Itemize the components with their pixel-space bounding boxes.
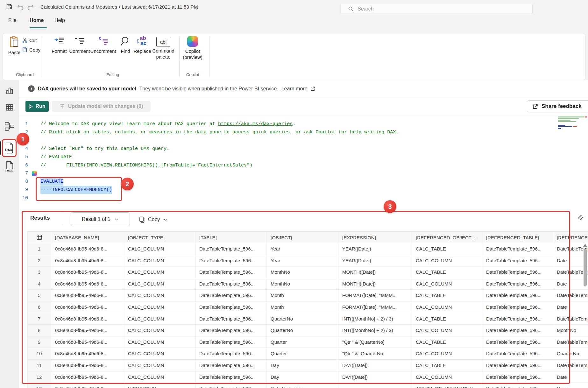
table-cell: DateTableTemplate_596... <box>482 243 553 255</box>
table-cell: DateTableTemplate_596... <box>195 371 267 383</box>
table-cell: DateTableTemplate_596... <box>195 278 267 290</box>
code-line-6[interactable]: // FILTER(INFO.VIEW.RELATIONSHIPS(),[Fro… <box>40 161 252 170</box>
update-model-button[interactable]: Update model with changes (0) <box>52 101 151 112</box>
search-box[interactable] <box>341 4 533 14</box>
redo-icon[interactable] <box>27 3 34 11</box>
table-cell: DateTableTemp <box>553 266 588 278</box>
copy-button[interactable]: Copy <box>22 47 40 53</box>
column-header[interactable]: [REFERENCE <box>553 231 588 243</box>
row-number-cell: 1 <box>27 243 51 255</box>
column-header[interactable]: [OBJECT] <box>267 231 338 243</box>
table-cell: Month <box>267 301 338 313</box>
table-cell: DateTableTemp <box>553 313 588 325</box>
parens: () <box>106 187 112 193</box>
column-header[interactable]: [TABLE] <box>195 231 267 243</box>
table-view-icon[interactable] <box>5 103 14 112</box>
result-selector-dropdown[interactable]: Result 1 of 1 <box>71 212 130 226</box>
tmdl-view-icon[interactable]: TMDL <box>5 161 14 172</box>
column-header[interactable]: [REFERENCED_TABLE] <box>482 231 553 243</box>
table-cell: Year <box>267 243 338 255</box>
table-row[interactable]: 70c8e46d8-fb95-49d6-8...CALC_COLUMNDateT… <box>27 313 588 325</box>
comment-text: // FILTER(INFO.VIEW.RELATIONSHIPS(),[Fro… <box>40 163 252 168</box>
function-name: INFO.CALCDEPENDENCY <box>52 187 106 193</box>
table-cell: DateTableTemplate_596... <box>482 278 553 290</box>
table-cell: CALC_COLUMN <box>124 278 195 290</box>
table-cell: Date <box>553 301 588 313</box>
table-row[interactable]: 80c8e46d8-fb95-49d6-8...CALC_COLUMNDateT… <box>27 325 588 336</box>
table-cell: MONTH([Date]) <box>338 266 412 278</box>
column-header[interactable]: [REFERENCED_OBJECT_... <box>412 231 482 243</box>
table-cell: CALC_COLUMN <box>124 313 195 325</box>
model-view-icon[interactable] <box>4 122 15 131</box>
table-row[interactable]: 110c8e46d8-fb95-49d6-8...CALC_COLUMNDate… <box>27 360 588 371</box>
table-cell: "Qtr " & [QuarterNo] <box>338 336 412 348</box>
table-row[interactable]: 40c8e46d8-fb95-49d6-8...CALC_COLUMNDateT… <box>27 278 588 290</box>
table-cell: DateTableTemplate_596... <box>482 255 553 267</box>
code-line-1[interactable]: // Welcome to DAX query view! Learn more… <box>40 120 295 128</box>
search-input[interactable] <box>358 6 510 12</box>
copilot-gutter-icon[interactable] <box>32 171 37 176</box>
share-feedback-button[interactable]: Share feedback <box>527 100 588 112</box>
table-row[interactable]: 50c8e46d8-fb95-49d6-8...CALC_COLUMNDateT… <box>27 290 588 301</box>
vertical-scrollbar[interactable] <box>584 249 587 286</box>
row-number-cell: 2 <box>27 255 51 267</box>
comment-text: // Welcome to DAX query view! Learn more… <box>40 121 218 127</box>
code-line-9[interactable]: ····INFO.CALCDEPENDENCY() <box>40 186 112 194</box>
column-header[interactable]: [OBJECT_TYPE] <box>124 231 195 243</box>
expand-results-icon[interactable] <box>576 213 586 223</box>
table-cell <box>338 383 412 388</box>
table-row[interactable]: 30c8e46d8-fb95-49d6-8...CALC_COLUMNDateT… <box>27 266 588 278</box>
run-button[interactable]: Run <box>25 101 49 112</box>
table-cell: MonthNo <box>267 278 338 290</box>
code-line-2[interactable]: // Right-click on tables, columns, or me… <box>40 128 399 137</box>
menu-home[interactable]: Home <box>30 18 44 23</box>
column-header[interactable]: [EXPRESSION] <box>338 231 412 243</box>
table-cell: INT(([MonthNo] + 2) / 3) <box>338 313 412 325</box>
report-view-icon[interactable] <box>5 87 14 95</box>
code-line-4[interactable]: // Select "Run" to try this sample DAX q… <box>40 145 169 153</box>
menu-help[interactable]: Help <box>54 18 65 23</box>
document-title: Calculated Columns and Measures • Last s… <box>40 4 198 10</box>
code-line-8[interactable]: EVALUATE <box>40 178 63 186</box>
external-link-icon[interactable] <box>310 86 315 91</box>
results-title: Results <box>30 215 50 221</box>
undo-icon[interactable] <box>17 3 24 11</box>
paste-button[interactable]: Paste <box>7 36 21 55</box>
table-cell: 0c8e46d8-fb95-49d6-8... <box>51 348 124 360</box>
comment-link[interactable]: https://aka.ms/dax-queries <box>218 121 293 127</box>
ribbon: Paste Cut Copy Clipboard Format Comment <box>3 33 585 80</box>
table-cell: CALC_COLUMN <box>124 336 195 348</box>
table-cell: Year <box>267 255 338 267</box>
menu-file[interactable]: File <box>8 18 17 23</box>
column-header[interactable]: [DATABASE_NAME] <box>51 231 124 243</box>
scroll-up-arrow[interactable] <box>583 244 587 247</box>
uncomment-button[interactable]: Uncomment <box>87 36 119 54</box>
table-cell: DateTableTemplate_596 <box>195 383 267 388</box>
table-row[interactable]: 10c8e46d8-fb95-49d6-8...CALC_COLUMNDateT… <box>27 243 588 255</box>
table-row[interactable]: 90c8e46d8-fb95-49d6-8...CALC_COLUMNDateT… <box>27 336 588 348</box>
copilot-button[interactable]: Copilot(preview) <box>178 36 207 60</box>
table-cell: DateTableTemplate_596... <box>195 301 267 313</box>
cut-button[interactable]: Cut <box>22 37 37 43</box>
table-row[interactable]: 120c8e46d8-fb95-49d6-8...CALC_COLUMNDate… <box>27 371 588 383</box>
table-cell: DateTableTemplate_596... <box>195 243 267 255</box>
command-palette-button[interactable]: ab| Commandpalette <box>147 36 179 60</box>
copy-results-button[interactable]: Copy <box>139 215 167 224</box>
code-line-5[interactable]: // EVALUATE <box>40 153 72 161</box>
copy-icon <box>22 47 28 53</box>
banner-learn-more-link[interactable]: Learn more <box>281 86 308 92</box>
save-icon[interactable] <box>6 3 13 11</box>
active-view-indicator <box>0 141 1 155</box>
table-grid-icon <box>27 231 51 243</box>
row-number-cell: 9 <box>27 336 51 348</box>
table-row[interactable]: 20c8e46d8-fb95-49d6-8...CALC_COLUMNDateT… <box>27 255 588 267</box>
table-row[interactable]: 130c8e46d8-fb95-49d6-8HIERARCHYDateTable… <box>27 383 588 388</box>
minimap[interactable] <box>556 116 588 178</box>
table-row[interactable]: 60c8e46d8-fb95-49d6-8...CALC_COLUMNDateT… <box>27 301 588 313</box>
group-divider <box>209 36 209 77</box>
title-chevron-down-icon[interactable] <box>194 6 199 11</box>
dax-query-view-button[interactable]: DAX <box>2 139 17 157</box>
table-row[interactable]: 100c8e46d8-fb95-49d6-8...CALC_COLUMNDate… <box>27 348 588 360</box>
table-cell: DateTableTemp <box>553 290 588 301</box>
table-cell: CALC_COLUMN <box>124 290 195 301</box>
